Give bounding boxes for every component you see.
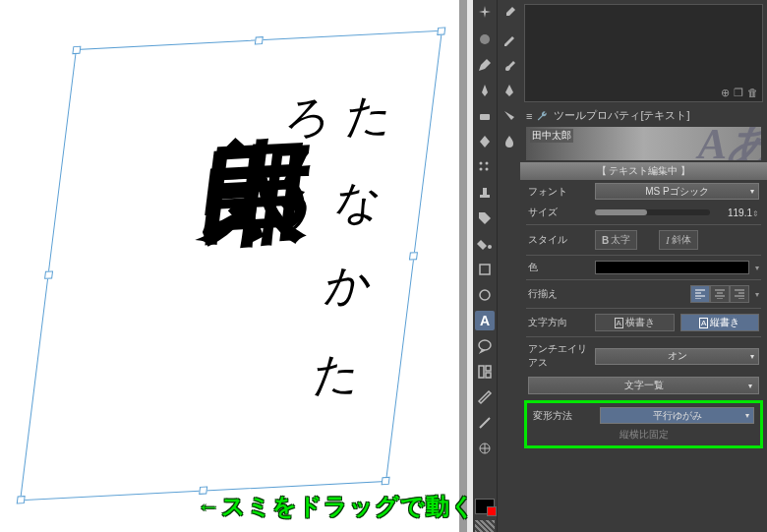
frame-icon[interactable]: [475, 362, 495, 382]
color-label: 色: [528, 261, 589, 274]
font-select[interactable]: MS Pゴシック: [595, 183, 759, 200]
navigator-preview[interactable]: ⊕ ❐ 🗑: [524, 4, 763, 102]
edit-mode-badge: 【 テキスト編集中 】: [520, 162, 767, 180]
transform-label: 変形方法: [533, 409, 594, 423]
eyedropper-icon[interactable]: [500, 4, 519, 24]
svg-point-2: [480, 162, 483, 165]
svg-point-4: [480, 168, 483, 171]
ruler-icon[interactable]: [475, 387, 495, 407]
dots-icon[interactable]: [475, 157, 495, 177]
wrench-icon: [536, 109, 550, 123]
text-preview: 田中太郎 Aあ: [526, 127, 761, 160]
bold-button[interactable]: B太字: [595, 230, 637, 250]
plus-icon[interactable]: ⊕: [721, 87, 730, 99]
transform-highlight: 変形方法 平行ゆがみ 縦横比固定: [524, 400, 763, 448]
svg-rect-15: [486, 373, 491, 378]
eraser-icon[interactable]: [475, 106, 495, 126]
size-slider[interactable]: [595, 209, 710, 215]
text-transform-box[interactable]: 田中太郎 たなかたろう: [20, 30, 442, 502]
properties-panel: ⊕ ❐ 🗑 ≡ ツールプロパティ[テキスト] 田中太郎 Aあ 【 テキスト編集中…: [520, 0, 767, 532]
handle-top-mid[interactable]: [255, 36, 264, 44]
antialias-select[interactable]: オン: [595, 348, 759, 365]
canvas[interactable]: 田中太郎 たなかたろう: [0, 0, 467, 532]
trash-icon[interactable]: 🗑: [747, 87, 758, 99]
text-preview-big: Aあ: [698, 127, 761, 160]
color-picker[interactable]: [595, 261, 749, 274]
knife-icon[interactable]: [500, 106, 519, 126]
text-preview-label: 田中太郎: [530, 129, 573, 143]
svg-rect-9: [480, 265, 490, 274]
direction-label: 文字方向: [528, 316, 589, 329]
svg-point-0: [480, 34, 490, 44]
balloon-icon[interactable]: [475, 336, 495, 356]
blur-sub-icon[interactable]: [500, 132, 519, 151]
main-vertical-text[interactable]: 田中太郎: [202, 55, 349, 63]
pencil-sub-icon[interactable]: [500, 30, 519, 49]
diamond-icon[interactable]: [475, 132, 495, 151]
horizontal-button[interactable]: A横書き: [595, 314, 675, 331]
align-label: 行揃え: [528, 287, 589, 301]
handle-bot-left[interactable]: [17, 496, 26, 503]
adjust-icon[interactable]: [475, 439, 495, 458]
brush-sub-icon[interactable]: [500, 55, 519, 75]
size-label: サイズ: [528, 206, 589, 219]
svg-rect-6: [480, 195, 490, 198]
handle-top-right[interactable]: [437, 27, 445, 34]
svg-text:A: A: [480, 313, 490, 328]
canvas-edge: [459, 0, 467, 532]
panel-header: ≡ ツールプロパティ[テキスト]: [520, 106, 767, 125]
bucket-icon[interactable]: [475, 234, 495, 254]
font-label: フォント: [528, 185, 589, 199]
svg-rect-1: [480, 114, 490, 120]
svg-point-3: [486, 162, 489, 165]
svg-point-5: [486, 168, 489, 171]
text-tool-icon[interactable]: A: [475, 311, 495, 330]
align-right-button[interactable]: [730, 285, 749, 303]
line-icon[interactable]: [475, 413, 495, 433]
svg-point-12: [479, 340, 491, 350]
ruby-vertical-text[interactable]: たなかたろう: [233, 62, 408, 489]
svg-rect-13: [479, 366, 484, 378]
svg-rect-14: [486, 366, 491, 371]
handle-mid-left[interactable]: [44, 270, 53, 278]
circle-icon[interactable]: [475, 285, 495, 305]
align-center-button[interactable]: [710, 285, 730, 303]
toolbar-right: [497, 0, 520, 532]
menu-icon[interactable]: ≡: [526, 110, 532, 122]
size-value[interactable]: 119.1⇕: [716, 207, 759, 218]
vertical-button[interactable]: A縦書き: [680, 314, 760, 331]
align-left-button[interactable]: [690, 285, 710, 303]
style-label: スタイル: [528, 233, 589, 247]
transform-select[interactable]: 平行ゆがみ: [600, 407, 754, 424]
ratio-lock-label: 縦横比固定: [620, 428, 669, 442]
color-swatch[interactable]: [475, 499, 495, 514]
panel-title: ツールプロパティ[テキスト]: [554, 108, 689, 123]
char-list-button[interactable]: 文字一覧: [528, 377, 759, 394]
tag-icon[interactable]: [475, 208, 495, 228]
svg-point-8: [488, 245, 492, 249]
svg-point-10: [480, 290, 490, 300]
handle-top-left[interactable]: [72, 46, 81, 54]
handle-bot-right[interactable]: [382, 477, 390, 485]
antialias-label: アンチエイリアス: [528, 342, 589, 370]
svg-rect-7: [483, 188, 487, 195]
chevron-down-icon[interactable]: ▾: [755, 290, 759, 299]
stamp-icon[interactable]: [475, 183, 495, 203]
nib-icon[interactable]: [475, 81, 495, 100]
nib-sub-icon[interactable]: [500, 81, 519, 100]
pattern-swatch[interactable]: [475, 520, 495, 532]
square-icon[interactable]: [475, 260, 495, 279]
clone-icon[interactable]: ❐: [734, 87, 743, 99]
annotation-text: ←スミをドラッグで動く: [197, 491, 476, 522]
sparkle-icon[interactable]: [475, 4, 495, 24]
toolbar-left: A: [473, 0, 497, 532]
italic-button[interactable]: I斜体: [659, 230, 697, 250]
handle-mid-right[interactable]: [409, 252, 418, 260]
chevron-down-icon[interactable]: ▾: [755, 264, 759, 272]
blend-icon[interactable]: [475, 30, 495, 49]
pen-icon[interactable]: [475, 55, 495, 75]
